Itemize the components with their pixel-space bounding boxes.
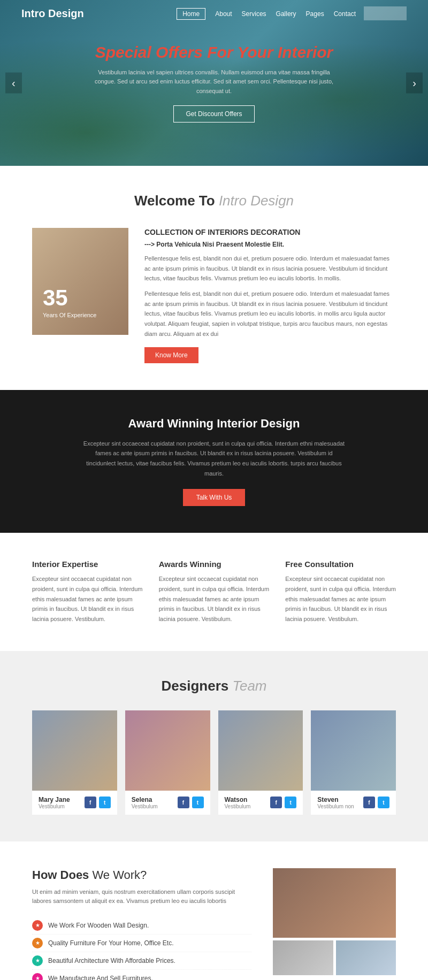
- years-badge: 35 Years Of Experience: [43, 285, 96, 319]
- team-card-image-watson: [218, 710, 303, 791]
- member-name-selena: Selena: [132, 796, 158, 803]
- nav-search-input[interactable]: [364, 6, 407, 20]
- list-icon-1: ★: [32, 920, 43, 931]
- howdoes-images: [273, 868, 396, 975]
- team-card-selena: Selena Vestibulum f t: [125, 710, 210, 815]
- team-img-steven: [311, 710, 396, 791]
- hero-arrow-right[interactable]: ›: [406, 73, 423, 94]
- team-card-image-selena: [125, 710, 210, 791]
- list-icon-2: ★: [32, 938, 43, 948]
- facebook-icon-watson[interactable]: f: [270, 797, 282, 808]
- member-name-steven: Steven: [317, 796, 354, 803]
- team-card-info-selena: Selena Vestibulum f t: [125, 791, 210, 815]
- nav-link-contact[interactable]: Contact: [334, 10, 356, 18]
- team-card-watson: Watson Vestibulum f t: [218, 710, 303, 815]
- list-item-1: ★ We Work For Wooden Wall Design.: [32, 917, 251, 935]
- feature-interior-title: Interior Expertise: [32, 560, 143, 569]
- team-card-steven: Steven Vestibulum non f t: [311, 710, 396, 815]
- howdoes-img-row: [273, 940, 396, 975]
- facebook-icon-steven[interactable]: f: [363, 797, 375, 808]
- member-sub-watson: Vestibulum: [225, 803, 251, 809]
- navbar: Intro Design Home About Services Gallery…: [0, 0, 428, 27]
- features-section: Interior Expertise Excepteur sint occaec…: [0, 533, 428, 650]
- welcome-title: Welcome To Intro Design: [32, 193, 396, 209]
- howdoes-title: How Does We Work?: [32, 868, 251, 882]
- howdoes-subtitle: Ut enim ad minim veniam, quis nostrum ex…: [32, 887, 251, 906]
- welcome-section: Welcome To Intro Design 35 Years Of Expe…: [0, 166, 428, 390]
- discount-button[interactable]: Get Discount Offers: [173, 105, 254, 122]
- nav-links: Home About Services Gallery Pages Contac…: [177, 10, 356, 18]
- award-section: Award Winning Interior Design Excepteur …: [0, 390, 428, 533]
- welcome-image: 35 Years Of Experience: [32, 228, 128, 335]
- team-grid: Mary Jane Vestibulum f t Selena Vestibul…: [32, 710, 396, 815]
- nav-link-pages[interactable]: Pages: [306, 10, 324, 18]
- facebook-icon-selena[interactable]: f: [178, 797, 189, 808]
- navbar-brand: Intro Design: [21, 7, 84, 20]
- collection-subtitle: ---> Porta Vehicula Nisi Praesent Molest…: [144, 241, 396, 248]
- howdoes-left: How Does We Work? Ut enim ad minim venia…: [32, 868, 251, 980]
- howdoes-img-main: [273, 868, 396, 938]
- twitter-icon-steven[interactable]: t: [378, 797, 389, 808]
- nav-item-about[interactable]: About: [215, 10, 232, 18]
- team-social-selena: f t: [178, 797, 204, 808]
- member-sub-mary: Vestibulum: [39, 803, 70, 809]
- know-more-button[interactable]: Know More: [144, 347, 198, 363]
- feature-interior-desc: Excepteur sint occaecat cupidatat non pr…: [32, 574, 143, 624]
- welcome-image-bg: 35 Years Of Experience: [32, 228, 128, 335]
- nav-item-pages[interactable]: Pages: [306, 10, 324, 18]
- team-card-info-mary: Mary Jane Vestibulum f t: [32, 791, 117, 815]
- twitter-icon-selena[interactable]: t: [192, 797, 204, 808]
- hero-title: Special Offers For Your Interior: [91, 43, 337, 62]
- member-name-mary: Mary Jane: [39, 796, 70, 803]
- team-img-selena: [125, 710, 210, 791]
- team-card-info-watson: Watson Vestibulum f t: [218, 791, 303, 815]
- list-icon-3: ★: [32, 955, 43, 966]
- feature-awards-desc: Excepteur sint occaecat cupidatat non pr…: [159, 574, 270, 624]
- howdoes-list: ★ We Work For Wooden Wall Design. ★ Qual…: [32, 917, 251, 980]
- twitter-icon-watson[interactable]: t: [285, 797, 296, 808]
- facebook-icon-mary[interactable]: f: [85, 797, 96, 808]
- list-icon-4: ★: [32, 973, 43, 980]
- team-card-image-mary: [32, 710, 117, 791]
- nav-link-gallery[interactable]: Gallery: [276, 10, 296, 18]
- nav-item-gallery[interactable]: Gallery: [276, 10, 296, 18]
- award-description: Excepteur sint occaeceat cupidatat non p…: [80, 439, 348, 479]
- team-img-mary: [32, 710, 117, 791]
- team-card-info-steven: Steven Vestibulum non f t: [311, 791, 396, 815]
- feature-consultation-title: Free Consultation: [285, 560, 396, 569]
- howdoes-section: How Does We Work? Ut enim ad minim venia…: [0, 841, 428, 980]
- hero-description: Vestibulum lacinia vel sapien ultrices c…: [91, 68, 337, 96]
- talk-button[interactable]: Talk With Us: [183, 489, 246, 506]
- member-sub-selena: Vestibulum: [132, 803, 158, 809]
- member-name-watson: Watson: [225, 796, 251, 803]
- award-title: Award Winning Interior Design: [32, 417, 396, 431]
- team-img-watson: [218, 710, 303, 791]
- welcome-paragraph2: Pellentesque felis est, blandit non dui …: [144, 289, 396, 339]
- team-social-steven: f t: [363, 797, 389, 808]
- howdoes-img-small2: [336, 940, 396, 975]
- welcome-paragraph1: Pellentesque felis est, blandit non dui …: [144, 254, 396, 284]
- team-card-mary: Mary Jane Vestibulum f t: [32, 710, 117, 815]
- nav-item-services[interactable]: Services: [242, 10, 266, 18]
- team-card-image-steven: [311, 710, 396, 791]
- team-title: Designers Team: [32, 678, 396, 694]
- list-item-4: ★ We Manufacture And Sell Furnitures.: [32, 970, 251, 980]
- feature-consultation-desc: Excepteur sint occaecat cupidatat non pr…: [285, 574, 396, 624]
- feature-awards-title: Awards Winning: [159, 560, 270, 569]
- nav-item-contact[interactable]: Contact: [334, 10, 356, 18]
- howdoes-img-small1: [273, 940, 333, 975]
- team-section: Designers Team Mary Jane Vestibulum f t: [0, 651, 428, 841]
- hero-section: Intro Design Home About Services Gallery…: [0, 0, 428, 166]
- twitter-icon-mary[interactable]: t: [99, 797, 111, 808]
- team-social-watson: f t: [270, 797, 296, 808]
- feature-interior: Interior Expertise Excepteur sint occaec…: [32, 560, 143, 624]
- hero-content: Special Offers For Your Interior Vestibu…: [91, 43, 337, 123]
- nav-link-about[interactable]: About: [215, 10, 232, 18]
- member-sub-steven: Vestibulum non: [317, 803, 354, 809]
- nav-item-home[interactable]: Home: [177, 10, 205, 18]
- howdoes-right: [273, 868, 396, 975]
- feature-awards: Awards Winning Excepteur sint occaecat c…: [159, 560, 270, 624]
- hero-arrow-left[interactable]: ‹: [5, 73, 22, 94]
- nav-link-home[interactable]: Home: [177, 8, 205, 20]
- nav-link-services[interactable]: Services: [242, 10, 266, 18]
